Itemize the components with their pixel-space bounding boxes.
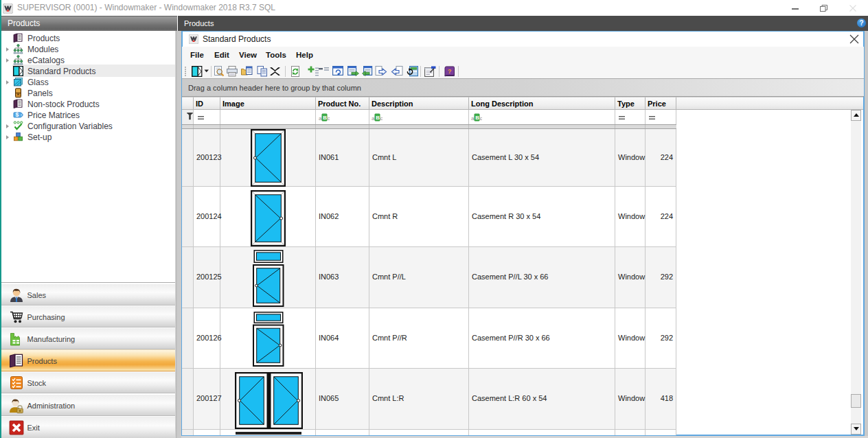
svg-text:c: c	[328, 115, 330, 122]
svg-text:B: B	[376, 115, 380, 121]
svg-text:c: c	[480, 115, 482, 122]
svg-text:c: c	[380, 115, 382, 122]
svg-text:a: a	[319, 115, 322, 122]
svg-text:B: B	[475, 115, 479, 121]
svg-text:$: $	[16, 111, 19, 118]
svg-text:?: ?	[448, 68, 452, 75]
svg-text:a: a	[471, 115, 475, 122]
svg-text:a: a	[372, 115, 375, 122]
svg-text:B: B	[323, 115, 327, 121]
